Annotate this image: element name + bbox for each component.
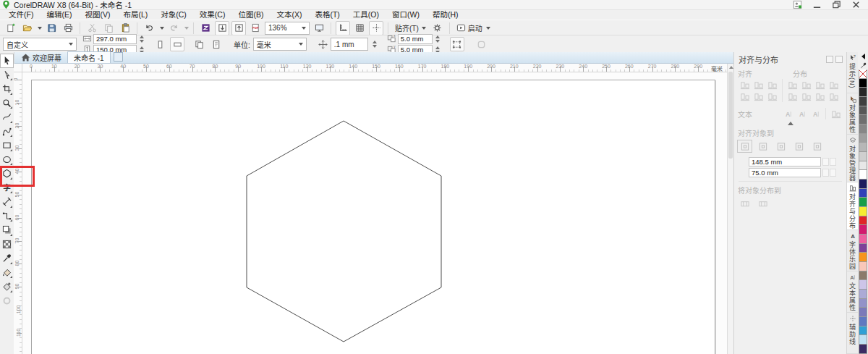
restore-button[interactable] xyxy=(832,0,841,9)
show-rulers-button[interactable] xyxy=(336,21,350,35)
tab-document[interactable]: 未命名 -1 xyxy=(67,51,111,63)
parallel-dimension-tool[interactable] xyxy=(0,195,14,209)
treat-as-filled-button[interactable] xyxy=(450,37,464,51)
palette-eyedropper-icon[interactable] xyxy=(858,61,868,69)
tab-welcome[interactable]: 欢迎屏幕 xyxy=(15,52,67,63)
pick-tool[interactable] xyxy=(0,54,14,68)
color-swatch-cdc5e8[interactable] xyxy=(859,280,867,290)
snap-dropdown[interactable]: 贴齐(T) xyxy=(393,22,428,33)
menu-item-1[interactable]: 编辑(E) xyxy=(40,10,78,20)
color-swatch-c0e1f3[interactable] xyxy=(859,335,867,345)
align-to-page-edge-button[interactable] xyxy=(756,140,770,152)
align-y-field[interactable]: 75.0 mm xyxy=(749,168,821,177)
align-bottom-button[interactable] xyxy=(765,90,779,102)
duplicate-x-field[interactable]: 5.0 mm xyxy=(398,34,433,44)
menu-item-0[interactable]: 文件(F) xyxy=(2,10,40,20)
color-swatch-f9c7b9[interactable] xyxy=(859,262,867,271)
hexagon-shape[interactable] xyxy=(22,72,727,354)
import-button[interactable] xyxy=(215,21,229,35)
color-swatch-878787[interactable] xyxy=(859,125,867,134)
distribute-left-button[interactable] xyxy=(786,79,799,90)
minimize-button[interactable] xyxy=(812,0,822,9)
color-swatch-abaad6[interactable] xyxy=(859,290,867,299)
distribute-to-page-button[interactable] xyxy=(756,198,770,209)
color-swatch-7b7ab9[interactable] xyxy=(859,308,867,317)
menu-item-6[interactable]: 位图(B) xyxy=(231,10,270,20)
drop-shadow-tool[interactable] xyxy=(0,223,14,237)
nudge-spinner[interactable] xyxy=(373,41,377,48)
color-eyedropper-tool[interactable] xyxy=(0,251,14,266)
landscape-button[interactable] xyxy=(170,37,184,51)
crop-tool[interactable] xyxy=(0,82,14,96)
rectangle-tool[interactable] xyxy=(0,138,14,153)
align-to-grid-button[interactable] xyxy=(792,140,806,152)
paste-button[interactable] xyxy=(118,21,132,35)
align-right-button[interactable] xyxy=(765,79,779,90)
docker-tab-alignsm[interactable]: 对齐与分布 xyxy=(847,182,858,230)
new-tab-button[interactable] xyxy=(114,52,123,62)
print-button[interactable] xyxy=(61,21,75,35)
show-grid-button[interactable] xyxy=(352,21,367,35)
align-center-h-button[interactable] xyxy=(752,79,765,90)
distribute-bottom-button[interactable] xyxy=(827,90,841,102)
all-pages-button[interactable] xyxy=(192,37,206,51)
align-left-button[interactable] xyxy=(738,79,752,90)
palette-flyout-arrow[interactable] xyxy=(858,52,868,61)
current-page-button[interactable] xyxy=(209,37,224,51)
color-swatch-3f3f3f[interactable] xyxy=(859,97,867,106)
distribute-spacing-h-button[interactable] xyxy=(813,79,827,90)
ellipse-tool[interactable] xyxy=(0,153,14,167)
show-guidelines-button[interactable] xyxy=(369,21,383,35)
color-swatch-f7941e[interactable] xyxy=(859,253,867,262)
menu-item-5[interactable]: 效果(C) xyxy=(193,10,232,20)
portrait-button[interactable] xyxy=(153,37,167,51)
color-swatch-cfcfcf[interactable] xyxy=(859,152,867,161)
color-swatch-3b2c64[interactable] xyxy=(859,345,867,354)
align-to-page-center-button[interactable] xyxy=(774,140,788,152)
menu-item-8[interactable]: 表格(T) xyxy=(308,10,346,20)
search-content-button[interactable] xyxy=(198,21,213,35)
zoom-tool[interactable] xyxy=(0,96,14,111)
launch-dropdown[interactable]: 启动 xyxy=(454,22,493,33)
text-align-outline-button[interactable] xyxy=(829,108,843,119)
docker-tab-props[interactable]: 对象属性 xyxy=(847,93,858,135)
align-to-specified-point-button[interactable] xyxy=(810,140,824,152)
text-align-first-line-button[interactable]: A xyxy=(781,108,795,119)
transparency-tool[interactable] xyxy=(0,237,14,252)
nudge-field[interactable]: .1 mm xyxy=(331,38,368,51)
align-x-field[interactable]: 148.5 mm xyxy=(749,157,821,167)
duplicate-x-spinner[interactable] xyxy=(435,35,440,43)
options-button[interactable] xyxy=(430,21,445,35)
close-button[interactable] xyxy=(851,0,861,9)
color-swatch-9f9f9f[interactable] xyxy=(859,134,867,143)
color-swatch-none[interactable] xyxy=(859,69,867,79)
color-swatch-e02527[interactable] xyxy=(859,216,867,226)
units-combo[interactable]: 毫米 xyxy=(253,38,307,51)
color-swatch-1e1c5e[interactable] xyxy=(859,180,867,189)
open-dropdown[interactable] xyxy=(38,27,42,30)
color-swatch-8b7a6b[interactable] xyxy=(859,271,867,281)
smart-fill-tool[interactable] xyxy=(0,279,14,294)
align-to-active-objects-button[interactable] xyxy=(738,140,752,152)
align-top-button[interactable] xyxy=(738,90,752,102)
connector-tool[interactable] xyxy=(0,209,14,224)
align-center-v-button[interactable] xyxy=(752,90,765,102)
undo-button[interactable] xyxy=(142,21,156,35)
distribute-right-button[interactable] xyxy=(827,79,841,90)
color-swatch-189e49[interactable] xyxy=(859,198,867,207)
docker-tab-fontA[interactable]: A字体乐园 xyxy=(847,230,858,271)
color-swatch-ee60a0[interactable] xyxy=(859,235,867,244)
zoom-level-combo[interactable]: 136% xyxy=(265,22,310,35)
save-button[interactable] xyxy=(44,21,59,35)
menu-item-7[interactable]: 文本(X) xyxy=(270,10,308,20)
distribute-to-selection-button[interactable] xyxy=(738,198,752,209)
menu-item-11[interactable]: 帮助(H) xyxy=(426,10,465,20)
paint-bucket-tool[interactable] xyxy=(0,266,14,280)
docker-close-button[interactable] xyxy=(835,56,843,63)
fullscreen-preview-button[interactable] xyxy=(312,21,326,35)
menu-item-3[interactable]: 布局(L) xyxy=(116,10,154,20)
export-button[interactable] xyxy=(231,21,246,35)
color-swatch-6f6f6f[interactable] xyxy=(859,115,867,125)
page-width-spinner[interactable] xyxy=(140,35,144,43)
artistic-media-tool[interactable] xyxy=(0,125,14,139)
